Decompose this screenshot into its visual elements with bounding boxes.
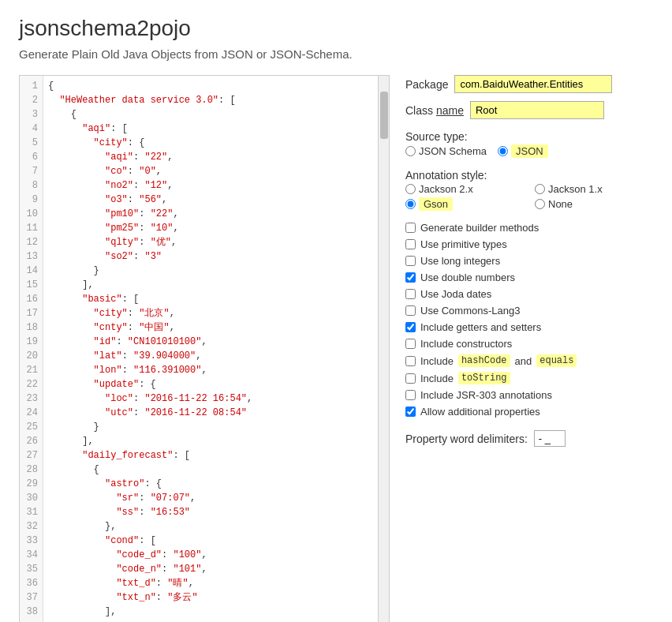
anno-jackson1-option[interactable]: Jackson 1.x — [535, 183, 653, 195]
source-json-option[interactable]: JSON — [498, 144, 548, 158]
source-json-schema-label: JSON Schema — [419, 145, 487, 157]
options-panel: Package Class name Source type: JSON Sch… — [405, 75, 653, 622]
checkbox-add-props-input[interactable] — [405, 407, 416, 417]
source-type-radio-group: JSON Schema JSON — [405, 144, 653, 158]
checkbox-hashcode-equals[interactable]: Include hashCode and equals — [405, 354, 653, 367]
tostring-tag: toString — [458, 372, 510, 384]
checkbox-commons-lang3-input[interactable] — [405, 305, 416, 316]
package-row: Package — [405, 75, 653, 93]
source-json-label: JSON — [511, 144, 548, 158]
source-json-schema-radio[interactable] — [405, 146, 416, 156]
anno-jackson2-option[interactable]: Jackson 2.x — [405, 183, 524, 195]
anno-jackson1-label: Jackson 1.x — [548, 183, 603, 195]
checkbox-double-num-input[interactable] — [405, 272, 416, 283]
checkbox-getters-setters[interactable]: Include getters and setters — [405, 321, 653, 333]
main-area: 12345678910 11121314151617181920 2122232… — [19, 75, 653, 622]
delimiter-row: Property word delimiters: — [405, 430, 653, 447]
code-panel: 12345678910 11121314151617181920 2122232… — [19, 75, 390, 622]
source-json-schema-option[interactable]: JSON Schema — [405, 145, 487, 157]
checkbox-include-label-1: Include — [420, 355, 454, 367]
source-json-radio[interactable] — [498, 146, 508, 156]
checkbox-double-num-label: Use double numbers — [420, 272, 515, 283]
app-subtitle: Generate Plain Old Java Objects from JSO… — [19, 47, 653, 61]
checkbox-constructors[interactable]: Include constructors — [405, 338, 653, 350]
app-title: jsonschema2pojo — [19, 16, 653, 41]
checkbox-gen-builder-label: Generate builder methods — [420, 222, 539, 234]
checkbox-double-num[interactable]: Use double numbers — [405, 272, 653, 283]
checkbox-jsr303-input[interactable] — [405, 390, 416, 400]
code-scroll-area: 12345678910 11121314151617181920 2122232… — [20, 76, 389, 622]
checkbox-long-int[interactable]: Use long integers — [405, 255, 653, 267]
checkbox-tostring[interactable]: Include toString — [405, 372, 653, 384]
classname-label: Class name — [405, 104, 464, 117]
package-input[interactable] — [454, 75, 612, 93]
vertical-scrollbar[interactable] — [378, 76, 389, 622]
checkbox-include-label-2: Include — [420, 373, 454, 384]
checkbox-joda-dates-input[interactable] — [405, 289, 416, 299]
page-container: jsonschema2pojo Generate Plain Old Java … — [0, 0, 672, 622]
anno-jackson2-radio[interactable] — [405, 184, 416, 194]
anno-jackson1-radio[interactable] — [535, 184, 545, 194]
code-editor[interactable]: { "HeWeather data service 3.0": [ { "aqi… — [43, 76, 378, 622]
source-type-label: Source type: — [405, 130, 653, 143]
anno-gson-option[interactable]: Gson — [405, 197, 524, 211]
equals-tag: equals — [536, 354, 577, 367]
checkbox-constructors-label: Include constructors — [420, 338, 512, 350]
checkbox-long-int-label: Use long integers — [420, 255, 500, 267]
checkbox-prim-types-input[interactable] — [405, 239, 416, 249]
checkbox-hashcode-equals-input[interactable] — [405, 356, 416, 366]
package-label: Package — [405, 78, 448, 91]
checkbox-commons-lang3-label: Use Commons-Lang3 — [420, 305, 520, 317]
checkbox-gen-builder[interactable]: Generate builder methods — [405, 222, 653, 234]
annotation-style-label: Annotation style: — [405, 169, 653, 182]
classname-input[interactable] — [470, 101, 604, 119]
delimiter-input[interactable] — [534, 430, 566, 447]
checkbox-jsr303[interactable]: Include JSR-303 annotations — [405, 389, 653, 401]
annotation-style-section: Annotation style: Jackson 2.x Jackson 1.… — [405, 166, 653, 211]
checkbox-add-props[interactable]: Allow additional properties — [405, 406, 653, 418]
checkbox-list: Generate builder methods Use primitive t… — [405, 222, 653, 418]
checkbox-prim-types-label: Use primitive types — [420, 238, 507, 250]
anno-none-label: None — [548, 198, 573, 210]
checkbox-long-int-input[interactable] — [405, 256, 416, 266]
annotation-grid: Jackson 2.x Jackson 1.x Gson None — [405, 183, 653, 211]
checkbox-getters-setters-input[interactable] — [405, 322, 416, 332]
checkbox-prim-types[interactable]: Use primitive types — [405, 238, 653, 250]
checkbox-joda-dates[interactable]: Use Joda dates — [405, 288, 653, 300]
checkbox-commons-lang3[interactable]: Use Commons-Lang3 — [405, 305, 653, 317]
checkbox-joda-dates-label: Use Joda dates — [420, 288, 491, 300]
and-text: and — [515, 355, 532, 367]
checkbox-jsr303-label: Include JSR-303 annotations — [420, 389, 552, 401]
delimiter-label: Property word delimiters: — [405, 433, 528, 445]
line-numbers: 12345678910 11121314151617181920 2122232… — [20, 76, 43, 622]
checkbox-constructors-input[interactable] — [405, 339, 416, 349]
checkbox-add-props-label: Allow additional properties — [420, 406, 540, 418]
anno-jackson2-label: Jackson 2.x — [419, 183, 473, 195]
checkbox-tostring-input[interactable] — [405, 373, 416, 384]
classname-row: Class name — [405, 101, 653, 119]
checkbox-getters-setters-label: Include getters and setters — [420, 321, 541, 333]
hashcode-tag: hashCode — [458, 354, 510, 367]
anno-none-option[interactable]: None — [535, 197, 653, 211]
anno-gson-label: Gson — [419, 197, 453, 211]
anno-gson-radio[interactable] — [405, 199, 416, 209]
source-type-section: Source type: JSON Schema JSON — [405, 127, 653, 158]
anno-none-radio[interactable] — [535, 199, 545, 209]
scrollbar-thumb-v — [380, 92, 388, 139]
checkbox-gen-builder-input[interactable] — [405, 223, 416, 233]
